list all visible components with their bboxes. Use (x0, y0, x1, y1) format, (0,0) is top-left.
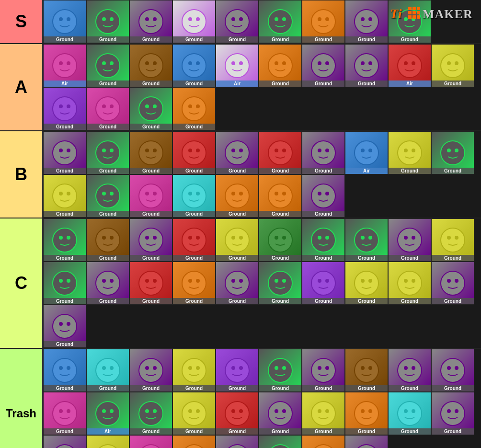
char-card[interactable]: Ground (431, 44, 474, 87)
svg-point-152 (355, 228, 378, 252)
char-card[interactable]: Ground (302, 392, 345, 435)
char-card[interactable]: Ground (259, 0, 302, 43)
char-card[interactable]: Ground (86, 131, 129, 174)
char-card[interactable]: Ground (345, 218, 388, 262)
char-card[interactable]: Ground (431, 218, 474, 262)
char-card[interactable]: Ground (172, 0, 216, 43)
char-card[interactable]: Ground (129, 435, 172, 448)
char-card[interactable]: Ground (172, 435, 216, 448)
char-card[interactable]: Ground (259, 349, 302, 392)
char-card[interactable]: Ground (172, 218, 216, 262)
char-card[interactable]: Ground (172, 174, 216, 218)
char-card[interactable]: Ground (43, 349, 86, 392)
char-card[interactable]: Ground (388, 218, 431, 262)
char-card[interactable]: Ground (345, 44, 388, 87)
char-card[interactable]: Ground (86, 174, 129, 218)
char-card[interactable]: Ground (216, 0, 259, 43)
char-card[interactable]: Ground (129, 262, 172, 305)
char-card[interactable]: Ground (43, 0, 86, 43)
char-card[interactable]: Ground (302, 44, 345, 87)
char-card[interactable]: Ground (216, 262, 259, 305)
char-card[interactable]: Ground (86, 349, 129, 392)
char-card[interactable]: Ground (172, 131, 216, 174)
char-card[interactable]: Ground (86, 87, 129, 130)
char-card[interactable]: Ground (172, 87, 216, 130)
char-card[interactable]: Ground (388, 392, 431, 435)
char-card[interactable]: Ground (302, 174, 345, 218)
char-card[interactable]: Ground (431, 392, 474, 435)
char-card[interactable]: Ground (86, 262, 129, 305)
char-card[interactable]: Air (86, 392, 129, 435)
svg-point-66 (447, 61, 451, 65)
char-card[interactable]: Ground (43, 392, 86, 435)
char-card[interactable]: Ground (388, 262, 431, 305)
char-card[interactable]: Ground (129, 44, 172, 87)
char-card[interactable]: Ground (345, 0, 388, 43)
char-card[interactable]: Ground (302, 349, 345, 392)
char-card[interactable]: Ground (216, 131, 259, 174)
svg-point-263 (182, 445, 206, 448)
char-card[interactable]: Ground (302, 131, 345, 174)
char-card[interactable]: Ground (43, 262, 86, 305)
char-card[interactable]: Ground (86, 44, 129, 87)
char-card[interactable]: Ground (129, 218, 172, 262)
char-card[interactable]: Ground (86, 435, 129, 448)
char-card[interactable]: Air (345, 131, 388, 174)
char-card[interactable]: Ground (216, 349, 259, 392)
char-card[interactable]: Ground (172, 392, 216, 435)
char-card[interactable]: Air (43, 44, 86, 87)
char-card[interactable]: Ground (43, 435, 86, 448)
svg-point-246 (361, 409, 365, 413)
char-card[interactable]: Ground (129, 0, 172, 43)
char-card[interactable]: Ground (259, 262, 302, 305)
char-card[interactable]: Ground (216, 392, 259, 435)
char-card[interactable]: Ground (172, 349, 216, 392)
char-card[interactable]: Ground (345, 435, 388, 448)
char-badge: Ground (216, 385, 258, 391)
char-card[interactable]: Ground (86, 0, 129, 43)
svg-point-50 (225, 54, 249, 78)
char-card[interactable]: Ground (259, 44, 302, 87)
char-card[interactable]: Ground (345, 262, 388, 305)
svg-point-25 (239, 17, 243, 21)
tier-label-a: A (0, 44, 43, 130)
char-card[interactable]: Ground (302, 0, 345, 43)
char-card[interactable]: Ground (129, 87, 172, 130)
char-card[interactable]: Ground (302, 218, 345, 262)
char-card[interactable]: Air (216, 44, 259, 87)
char-card[interactable]: Ground (86, 218, 129, 262)
char-card[interactable]: Ground (129, 392, 172, 435)
char-card[interactable]: Ground (43, 305, 86, 348)
char-card[interactable]: Ground (388, 349, 431, 392)
char-card[interactable]: Ground (388, 131, 431, 174)
char-card[interactable]: Ground (431, 262, 474, 305)
char-card[interactable]: Ground (259, 131, 302, 174)
char-card[interactable]: Ground (259, 435, 302, 448)
char-card[interactable]: Ground (431, 131, 474, 174)
char-card[interactable]: Ground (43, 218, 86, 262)
char-card[interactable]: Ground (216, 218, 259, 262)
char-card[interactable]: Ground (216, 174, 259, 218)
char-card[interactable]: Ground (302, 262, 345, 305)
char-card[interactable]: Ground (345, 392, 388, 435)
char-card[interactable]: Ground (302, 435, 345, 448)
char-card[interactable]: Ground (431, 349, 474, 392)
char-card[interactable]: Ground (129, 174, 172, 218)
char-card[interactable]: Ground (43, 87, 86, 130)
char-card[interactable]: Ground (259, 392, 302, 435)
svg-point-125 (268, 184, 292, 208)
char-card[interactable]: Ground (345, 349, 388, 392)
svg-point-14 (96, 10, 120, 34)
char-card[interactable]: Ground (129, 131, 172, 174)
char-card[interactable]: Ground (129, 349, 172, 392)
svg-point-249 (404, 409, 408, 413)
char-card[interactable]: Ground (216, 435, 259, 448)
char-card[interactable]: Ground (259, 218, 302, 262)
char-card[interactable]: Ground (43, 174, 86, 218)
char-badge: Ground (87, 211, 129, 217)
char-card[interactable]: Ground (259, 174, 302, 218)
char-card[interactable]: Ground (172, 44, 216, 87)
char-card[interactable]: Air (388, 44, 431, 87)
char-card[interactable]: Ground (43, 131, 86, 174)
char-card[interactable]: Ground (172, 262, 216, 305)
